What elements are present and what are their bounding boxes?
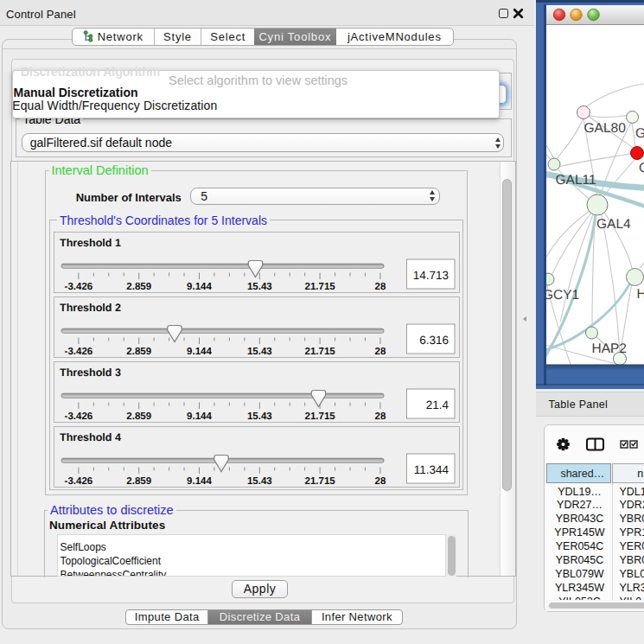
svg-text:-3.426: -3.426	[65, 475, 93, 486]
svg-text:GA: GA	[635, 125, 644, 140]
svg-text:2.859: 2.859	[126, 411, 151, 421]
svg-text:C: C	[639, 160, 644, 175]
svg-text:21.715: 21.715	[305, 281, 336, 291]
svg-text:21.715: 21.715	[305, 475, 336, 486]
svg-text:HAP2: HAP2	[592, 341, 628, 356]
svg-text:-3.426: -3.426	[65, 346, 93, 356]
svg-text:28: 28	[375, 475, 386, 486]
svg-text:Threshold 1: Threshold 1	[60, 236, 121, 248]
svg-text:GAL4: GAL4	[596, 216, 631, 231]
svg-text:-3.426: -3.426	[65, 281, 93, 291]
svg-text:Threshold 2: Threshold 2	[60, 301, 121, 313]
svg-text:28: 28	[375, 411, 386, 421]
svg-text:21.715: 21.715	[305, 411, 336, 421]
svg-text:HI: HI	[637, 286, 644, 301]
svg-text:14.713: 14.713	[413, 268, 449, 281]
svg-text:15.43: 15.43	[247, 346, 272, 356]
svg-text:9.144: 9.144	[187, 411, 212, 421]
svg-text:GAL80: GAL80	[584, 121, 627, 136]
svg-text:-3.426: -3.426	[65, 411, 93, 421]
svg-text:28: 28	[375, 281, 386, 291]
svg-text:6.316: 6.316	[419, 333, 449, 346]
svg-text:21.715: 21.715	[305, 346, 336, 356]
svg-text:GAL11: GAL11	[556, 172, 596, 187]
svg-text:15.43: 15.43	[247, 475, 272, 486]
svg-text:9.144: 9.144	[187, 346, 212, 356]
svg-text:9.144: 9.144	[187, 281, 212, 291]
svg-text:28: 28	[375, 346, 386, 356]
svg-text:11.344: 11.344	[414, 462, 450, 475]
svg-text:Threshold 4: Threshold 4	[60, 430, 121, 443]
svg-text:21.4: 21.4	[426, 398, 450, 411]
svg-text:Threshold 3: Threshold 3	[60, 366, 121, 378]
svg-text:2.859: 2.859	[126, 346, 151, 356]
svg-text:2.859: 2.859	[126, 281, 151, 291]
svg-text:9.144: 9.144	[187, 475, 212, 486]
svg-text:GCY1: GCY1	[546, 287, 579, 302]
svg-text:15.43: 15.43	[247, 411, 272, 421]
svg-text:2.859: 2.859	[126, 475, 151, 486]
svg-text:15.43: 15.43	[247, 281, 272, 291]
